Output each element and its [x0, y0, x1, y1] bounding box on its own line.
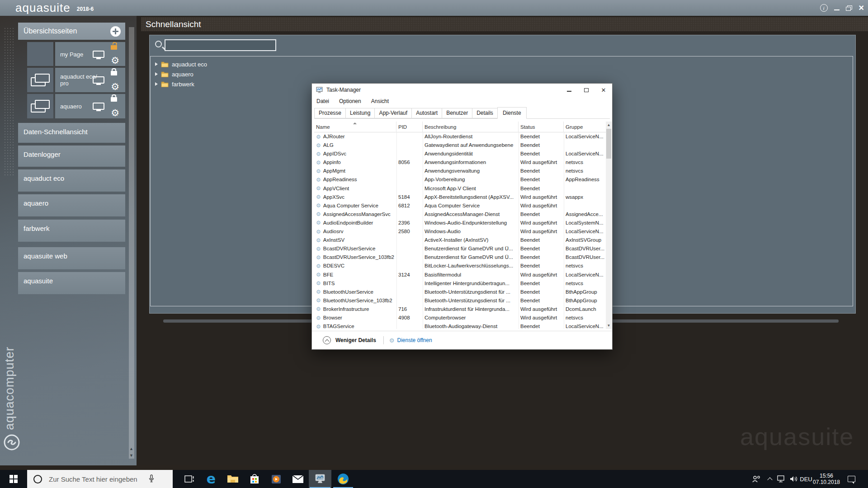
tm-minimize-button[interactable]: [561, 84, 578, 96]
monitor-icon[interactable]: [93, 103, 104, 110]
service-row[interactable]: ⚙AppReadinessApp-VorbereitungBeendetAppR…: [314, 175, 607, 184]
service-row[interactable]: ⚙AppIDSvcAnwendungsidentitätBeendetLocal…: [314, 150, 607, 158]
expander-icon[interactable]: [155, 62, 158, 66]
service-row[interactable]: ⚙AJRouterAllJoyn-RouterdienstBeendetLoca…: [314, 132, 607, 141]
restore-button[interactable]: [846, 5, 852, 11]
service-row[interactable]: ⚙Appinfo8056AnwendungsinformationenWird …: [314, 158, 607, 167]
taskbar-store-button[interactable]: [244, 470, 265, 488]
lock-icon[interactable]: [111, 97, 117, 102]
taskbar-taskmanager-button[interactable]: [309, 470, 331, 488]
tm-maximize-button[interactable]: [578, 84, 595, 96]
start-button[interactable]: [0, 470, 27, 488]
tab-app-verlauf[interactable]: App-Verlauf: [374, 108, 412, 118]
scrollbar-thumb[interactable]: [606, 129, 611, 159]
column-header-name[interactable]: Name: [314, 122, 396, 132]
service-row[interactable]: ⚙BluetoothUserServiceBluetooth-Unterstüt…: [314, 288, 607, 296]
service-row[interactable]: ⚙AudioEndpointBuilder2396Windows-Audio-E…: [314, 219, 607, 227]
lock-icon[interactable]: [111, 71, 117, 75]
add-page-button[interactable]: [110, 26, 121, 37]
page-item-aquaero[interactable]: aquaero ⚙: [18, 94, 125, 118]
column-header-pid[interactable]: PID: [396, 122, 423, 132]
volume-icon[interactable]: [788, 470, 800, 488]
tm-scrollbar[interactable]: ▲ ▼: [606, 122, 612, 329]
taskbar-movies-button[interactable]: [265, 470, 287, 488]
info-icon[interactable]: i: [820, 4, 828, 12]
tree-item-aquaduct-eco[interactable]: aquaduct eco: [155, 59, 207, 69]
page-item-my-page[interactable]: my Page ⚙: [18, 42, 125, 66]
sidebar-item-daten-schnellansicht[interactable]: Daten-Schnellansicht: [18, 123, 125, 143]
page-item-aquaduct-eco-pro[interactable]: aquaduct eco/ pro ⚙: [18, 68, 125, 92]
column-header-gruppe[interactable]: Gruppe: [564, 122, 607, 132]
monitor-icon[interactable]: [93, 76, 104, 84]
tab-prozesse[interactable]: Prozesse: [314, 108, 346, 118]
menu-ansicht[interactable]: Ansicht: [371, 98, 389, 104]
taskbar-aquasuite-button[interactable]: [332, 470, 354, 488]
tab-details[interactable]: Details: [472, 108, 498, 118]
menu-datei[interactable]: Datei: [316, 98, 329, 104]
tree-item-farbwerk[interactable]: farbwerk: [155, 79, 194, 89]
unlock-icon[interactable]: [111, 45, 117, 50]
service-row[interactable]: ⚙BFE3124BasisfiltermodulWird ausgeführtL…: [314, 271, 607, 279]
service-row[interactable]: ⚙BrokerInfrastructure716Infrastrukturdie…: [314, 305, 607, 314]
column-header-beschreibung[interactable]: Beschreibung: [423, 122, 519, 132]
clock[interactable]: 15:56 07.10.2018: [812, 470, 841, 488]
taskbar-mail-button[interactable]: [287, 470, 309, 488]
service-row[interactable]: ⚙Audiosrv2580Windows-AudioWird ausgeführ…: [314, 227, 607, 236]
language-indicator[interactable]: DEU: [799, 470, 813, 488]
sidebar-item-aquaduct-eco[interactable]: aquaduct eco: [18, 169, 125, 192]
sidebar-item-datenlogger[interactable]: Datenlogger: [18, 145, 125, 167]
scroll-down-icon[interactable]: ▼: [606, 322, 612, 329]
network-icon[interactable]: [775, 470, 788, 488]
microphone-icon[interactable]: [148, 474, 155, 483]
column-header-status[interactable]: Status: [519, 122, 564, 132]
close-button[interactable]: ✕: [859, 5, 864, 12]
service-row[interactable]: ⚙BITSIntelligenter Hintergrundübertragun…: [314, 279, 607, 288]
service-row[interactable]: ⚙AppXSvc5184AppX-Bereitstellungsdienst (…: [314, 193, 607, 202]
tab-benutzer[interactable]: Benutzer: [442, 108, 472, 118]
service-row[interactable]: ⚙ALGGatewaydienst auf AnwendungsebeneBee…: [314, 141, 607, 150]
taskbar-search-input[interactable]: [48, 475, 147, 483]
sidebar-section-overview-pages[interactable]: Übersichtsseiten: [18, 23, 125, 40]
service-row[interactable]: ⚙BTAGServiceBluetooth-Audiogateway-Diens…: [314, 322, 607, 329]
task-view-button[interactable]: [179, 470, 200, 488]
service-row[interactable]: ⚙Browser4908ComputerbrowserWird ausgefüh…: [314, 314, 607, 322]
scroll-up-icon[interactable]: ▲: [606, 122, 612, 128]
sidebar-item-aquasuite[interactable]: aquasuite: [18, 272, 125, 294]
expander-icon[interactable]: [155, 82, 158, 86]
gear-icon[interactable]: ⚙: [111, 108, 119, 118]
tab-leistung[interactable]: Leistung: [345, 108, 375, 118]
service-row[interactable]: ⚙AppVClientMicrosoft App-V ClientBeendet: [314, 184, 607, 193]
tm-titlebar[interactable]: Task-Manager ✕: [312, 84, 612, 96]
service-row[interactable]: ⚙BDESVCBitLocker-Laufwerkverschlüsselung…: [314, 262, 607, 270]
service-row[interactable]: ⚙Aqua Computer Service6812Aqua Computer …: [314, 202, 607, 210]
tree-item-aquaero[interactable]: aquaero: [155, 69, 193, 79]
service-row[interactable]: ⚙AxInstSVActiveX-Installer (AxInstSV)Bee…: [314, 236, 607, 244]
search-input[interactable]: [165, 39, 276, 51]
service-row[interactable]: ⚙BcastDVRUserServiceBenutzerdienst für G…: [314, 244, 607, 253]
collapse-details-icon[interactable]: [323, 336, 331, 344]
weniger-details-button[interactable]: Weniger Details: [335, 337, 376, 343]
sidebar-item-farbwerk[interactable]: farbwerk: [18, 220, 125, 242]
scroll-down-icon[interactable]: ▼: [129, 454, 133, 458]
taskbar-edge-button[interactable]: e: [200, 470, 222, 488]
tab-dienste[interactable]: Dienste: [497, 107, 527, 119]
expander-icon[interactable]: [155, 72, 158, 76]
menu-optionen[interactable]: Optionen: [339, 98, 361, 104]
service-row[interactable]: ⚙BluetoothUserService_103fb2Bluetooth-Un…: [314, 296, 607, 305]
people-icon[interactable]: [750, 470, 763, 488]
dienste-oeffnen-link[interactable]: Dienste öffnen: [397, 337, 432, 343]
sidebar-scrollbar[interactable]: [129, 27, 134, 459]
tray-chevron-up-icon[interactable]: [764, 470, 776, 488]
service-row[interactable]: ⚙AssignedAccessManagerSvcAssignedAccessM…: [314, 210, 607, 219]
taskbar-explorer-button[interactable]: [222, 470, 244, 488]
action-center-icon[interactable]: [844, 470, 859, 488]
tm-close-button[interactable]: ✕: [595, 84, 612, 96]
taskbar-search[interactable]: [27, 470, 173, 488]
tab-autostart[interactable]: Autostart: [411, 108, 442, 118]
monitor-icon[interactable]: [93, 51, 104, 58]
service-row[interactable]: ⚙AppMgmtAnwendungsverwaltungBeendetnetsv…: [314, 167, 607, 175]
scroll-up-icon[interactable]: ▲: [129, 447, 133, 451]
minimize-button[interactable]: [834, 9, 840, 10]
gear-icon[interactable]: ⚙: [111, 82, 119, 92]
sidebar-item-aquaero[interactable]: aquaero: [18, 194, 125, 216]
